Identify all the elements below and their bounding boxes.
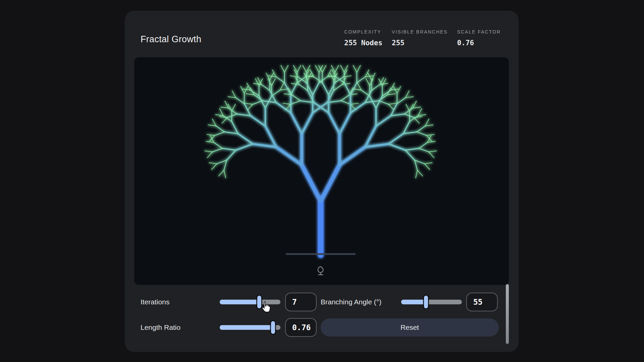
stat-scale-factor-label: SCALE FACTOR: [457, 29, 501, 35]
branching-angle-label: Branching Angle (°): [321, 298, 381, 306]
length-ratio-value-field[interactable]: 0.76: [285, 318, 317, 337]
length-ratio-slider-fill: [220, 325, 273, 330]
stat-complexity: COMPLEXITY 255 Nodes: [344, 29, 382, 47]
branching-angle-slider-fill: [401, 300, 426, 304]
fractal-growth-panel: Fractal Growth COMPLEXITY 255 Nodes VISI…: [125, 11, 519, 352]
tree-icon: [316, 265, 326, 276]
branching-angle-slider[interactable]: [401, 295, 462, 309]
iterations-value-field[interactable]: 7: [285, 293, 317, 311]
stat-complexity-value: 255 Nodes: [344, 39, 382, 47]
cursor-pointer-icon: [260, 301, 272, 313]
iterations-slider-fill: [220, 300, 259, 304]
vertical-scrollbar[interactable]: [506, 284, 509, 344]
branching-angle-value-field[interactable]: 55: [466, 293, 498, 311]
branching-angle-slider-thumb[interactable]: [424, 296, 428, 308]
fractal-tree: [134, 57, 509, 285]
page-title: Fractal Growth: [141, 34, 201, 45]
length-ratio-label: Length Ratio: [141, 323, 180, 331]
stat-scale-factor-value: 0.76: [457, 39, 501, 47]
reset-button[interactable]: Reset: [321, 318, 499, 337]
stat-scale-factor: SCALE FACTOR 0.76: [457, 29, 501, 47]
iterations-label: Iterations: [141, 298, 169, 306]
stat-complexity-label: COMPLEXITY: [344, 29, 382, 35]
stat-visible-branches-value: 255: [392, 39, 448, 47]
fractal-canvas: [134, 57, 509, 285]
stats-bar: COMPLEXITY 255 Nodes VISIBLE BRANCHES 25…: [344, 29, 501, 47]
stat-visible-branches-label: VISIBLE BRANCHES: [392, 29, 448, 35]
length-ratio-slider[interactable]: [220, 321, 280, 334]
stat-visible-branches: VISIBLE BRANCHES 255: [392, 29, 448, 47]
length-ratio-slider-thumb[interactable]: [271, 321, 275, 334]
